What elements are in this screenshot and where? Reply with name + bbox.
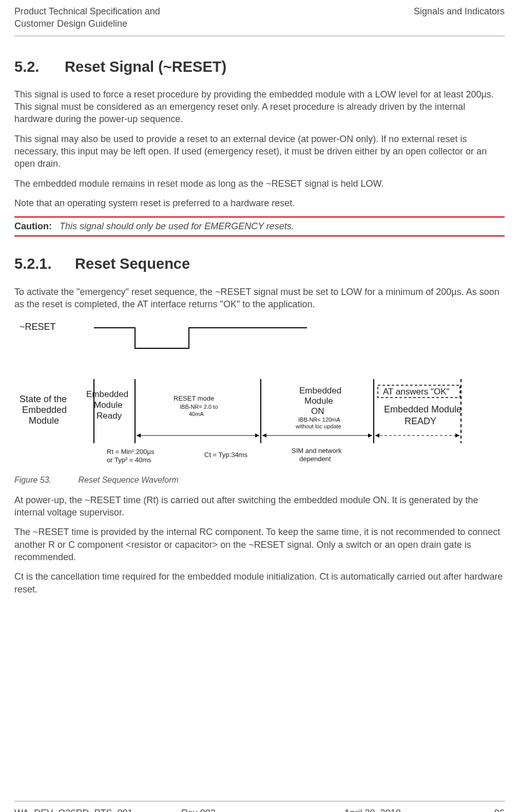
fig-sim-l1: SIM and network [292,447,342,454]
section-paragraph: The embedded module remains in reset mod… [14,177,505,190]
section-title: Reset Signal (~RESET) [65,58,226,75]
subsection-number: 5.2.1. [14,254,71,274]
footer-date: April 20, 2010 [289,807,456,812]
figure-caption: Figure 53. Reset Sequence Waveform [14,474,505,486]
fig-state3-l1: Embedded [299,386,341,395]
fig-state-label-l1: State of the [20,394,67,404]
waveform-svg: .lbl { font-family: Arial, sans-serif; f… [14,318,505,471]
fig-state4-l2: Embedded Module [384,404,462,414]
subsection-title: Reset Sequence [75,255,190,272]
section-heading: 5.2. Reset Signal (~RESET) [14,57,505,77]
fig-rt-l2: or Typ² = 40ms [107,456,151,464]
header-left-line2: Customer Design Guideline [14,17,160,30]
arrow-head-icon [368,433,372,438]
arrow-head-icon [455,433,459,438]
subsection-heading: 5.2.1. Reset Sequence [14,254,505,274]
fig-state3-l3: ON [311,406,324,416]
fig-state2-l1: RESET mode [174,394,214,402]
page-footer: WA_DEV_Q26RD_PTS_001 Rev 002 April 20, 2… [14,801,505,812]
after-figure-paragraph: The ~RESET time is provided by the inter… [14,526,505,563]
footer-page: 96 [455,807,505,812]
after-figure-paragraph: At power-up, the ~RESET time (Rt) is car… [14,494,505,519]
section-number: 5.2. [14,57,61,77]
fig-state2-l3: 40mA [189,411,204,417]
caution-label: Caution: [14,221,52,231]
fig-state-label-l3: Module [29,415,59,426]
section-paragraph: Note that an operating system reset is p… [14,197,505,209]
arrow-head-icon [375,433,379,438]
page-content: 5.2. Reset Signal (~RESET) This signal i… [14,36,505,596]
header-left-line1: Product Technical Specification and [14,5,160,17]
fig-state-label-l2: Embedded [22,405,67,415]
fig-state3-l5: without loc update [295,423,341,429]
fig-state1-l1: Embedded [86,389,128,399]
arrow-head-icon [255,433,259,438]
fig-state1-l3: Ready [97,411,122,421]
section-paragraph: This signal is used to force a reset pro… [14,88,505,126]
fig-state1-l2: Module [94,400,123,410]
caution-text: This signal should only be used for EMER… [60,221,294,231]
caution-box: Caution: This signal should only be used… [14,216,505,236]
fig-state4-l3: READY [405,416,436,426]
header-left: Product Technical Specification and Cust… [14,5,160,30]
figure-caption-text: Reset Sequence Waveform [78,476,178,484]
fig-state4-l1: AT answers "OK" [383,387,450,397]
fig-rt-l1: Rt = Min¹:200µs [107,448,155,455]
fig-sim-l2: dependent [299,455,331,463]
subsection-intro: To activate the "emergency" reset sequen… [14,286,505,311]
arrow-head-icon [137,433,141,438]
section-paragraph: This signal may also be used to provide … [14,133,505,170]
fig-state3-l4: IBB-NR< 120mA [298,417,340,423]
reset-waveform-line [94,328,307,348]
fig-state3-l2: Module [304,396,333,406]
fig-ct: Ct = Typ:34ms [204,451,247,459]
page-header: Product Technical Specification and Cust… [14,0,505,36]
footer-rev: Rev 002 [181,807,289,812]
arrow-head-icon [262,433,266,438]
reset-sequence-figure: .lbl { font-family: Arial, sans-serif; f… [14,318,505,471]
fig-state2-l2: IBB-NR= 2.0 to [180,404,218,410]
after-figure-paragraph: Ct is the cancellation time required for… [14,570,505,596]
fig-reset-label: ~RESET [20,322,56,332]
header-right: Signals and Indicators [414,5,505,17]
footer-doc-id: WA_DEV_Q26RD_PTS_001 [14,807,181,812]
figure-number: Figure 53. [14,474,76,486]
